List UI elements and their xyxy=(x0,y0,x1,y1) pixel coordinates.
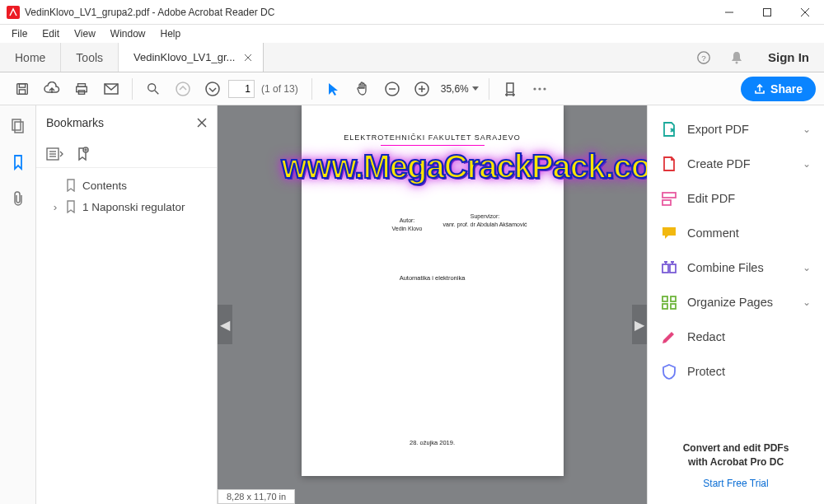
attachments-panel-icon[interactable] xyxy=(6,186,30,211)
side-nav-strip xyxy=(0,105,36,504)
chevron-down-icon xyxy=(472,86,479,91)
tool-edit-pdf[interactable]: Edit PDF xyxy=(648,181,824,216)
prev-page-arrow[interactable]: ◀ xyxy=(218,305,232,344)
svg-rect-48 xyxy=(671,304,676,309)
tab-document[interactable]: VedinKlovo_LV1_gr... xyxy=(119,43,264,72)
svg-rect-41 xyxy=(662,193,676,198)
tool-label: Comment xyxy=(687,226,811,240)
sign-in-button[interactable]: Sign In xyxy=(753,43,824,72)
svg-rect-2 xyxy=(764,8,771,16)
more-tools-icon[interactable] xyxy=(526,75,554,103)
tab-document-label: VedinKlovo_LV1_gr... xyxy=(133,51,235,63)
bookmark-icon xyxy=(66,179,76,192)
save-icon[interactable] xyxy=(8,75,36,103)
cloud-upload-icon[interactable] xyxy=(38,75,66,103)
menu-window[interactable]: Window xyxy=(104,26,152,41)
svg-text:?: ? xyxy=(701,53,706,62)
zoom-in-icon[interactable] xyxy=(408,75,436,103)
edit-pdf-icon xyxy=(661,190,677,207)
document-viewer[interactable]: ELEKTROTEHNIČKI FAKULTET SARAJEVO Autor:… xyxy=(218,105,647,504)
page-up-icon[interactable] xyxy=(169,75,197,103)
tool-organize-pages[interactable]: Organize Pages ⌄ xyxy=(648,285,824,320)
chevron-down-icon: ⌄ xyxy=(803,124,811,135)
svg-rect-44 xyxy=(670,264,676,273)
watermark-overlay: www.MegaCrackPack.com xyxy=(282,148,613,185)
menubar: File Edit View Window Help xyxy=(0,25,824,43)
tool-redact[interactable]: Redact xyxy=(648,320,824,354)
svg-point-20 xyxy=(206,82,219,96)
svg-point-27 xyxy=(533,87,536,90)
svg-rect-31 xyxy=(15,122,23,133)
find-icon[interactable] xyxy=(139,75,167,103)
minimize-button[interactable] xyxy=(710,0,748,25)
bookmarks-title: Bookmarks xyxy=(46,116,197,129)
fit-page-icon[interactable] xyxy=(496,75,524,103)
close-button[interactable] xyxy=(786,0,824,25)
menu-view[interactable]: View xyxy=(68,26,102,41)
email-icon[interactable] xyxy=(97,75,125,103)
svg-rect-43 xyxy=(662,264,668,273)
svg-point-17 xyxy=(148,83,156,91)
hand-tool-icon[interactable] xyxy=(349,75,377,103)
zoom-out-icon[interactable] xyxy=(378,75,406,103)
bookmark-item[interactable]: › 1 Naponski regulator xyxy=(36,196,217,217)
maximize-button[interactable] xyxy=(748,0,786,25)
page-count-label: (1 of 13) xyxy=(261,83,298,95)
bookmark-item[interactable]: Contents xyxy=(36,175,217,196)
menu-file[interactable]: File xyxy=(5,26,34,41)
svg-point-9 xyxy=(736,61,738,63)
svg-rect-12 xyxy=(19,89,25,93)
svg-line-18 xyxy=(155,90,159,94)
tool-label: Combine Files xyxy=(687,261,793,274)
tool-label: Export PDF xyxy=(687,123,793,136)
promo-line2: with Acrobat Pro DC xyxy=(658,455,814,469)
start-free-trial-link[interactable]: Start Free Trial xyxy=(658,478,814,489)
tool-comment[interactable]: Comment xyxy=(648,216,824,250)
menu-help[interactable]: Help xyxy=(154,26,188,41)
doc-author: Vedin Klovo xyxy=(392,225,423,233)
zoom-dropdown[interactable]: 35,6% xyxy=(438,82,482,96)
page-number-input[interactable] xyxy=(228,80,255,98)
zoom-value: 35,6% xyxy=(441,83,469,95)
close-tab-icon[interactable] xyxy=(241,51,255,64)
svg-rect-42 xyxy=(662,200,671,205)
add-bookmark-icon[interactable] xyxy=(76,147,89,161)
doc-supervisor-label: Supervizor: xyxy=(443,212,527,221)
svg-rect-45 xyxy=(662,296,667,301)
bookmark-options-icon[interactable] xyxy=(46,147,64,161)
promo-box: Convert and edit PDFs with Acrobat Pro D… xyxy=(648,428,824,504)
tab-home[interactable]: Home xyxy=(0,43,61,72)
create-pdf-icon xyxy=(661,156,677,172)
close-panel-icon[interactable] xyxy=(197,118,207,128)
doc-subject: Automatika i elektronika xyxy=(302,274,564,282)
chevron-down-icon: ⌄ xyxy=(803,296,811,308)
bookmark-label: 1 Naponski regulator xyxy=(82,201,185,213)
svg-point-28 xyxy=(538,87,541,90)
share-button[interactable]: Share xyxy=(741,77,816,101)
notifications-icon[interactable] xyxy=(720,43,753,72)
tool-create-pdf[interactable]: Create PDF ⌄ xyxy=(648,147,824,181)
bookmark-chevron-icon[interactable]: › xyxy=(51,201,59,213)
tool-protect[interactable]: Protect xyxy=(648,354,824,389)
selection-tool-icon[interactable] xyxy=(319,75,347,103)
tab-tools[interactable]: Tools xyxy=(61,43,119,72)
tabbar: Home Tools VedinKlovo_LV1_gr... ? Sign I… xyxy=(0,43,824,72)
svg-rect-10 xyxy=(17,83,28,94)
tool-export-pdf[interactable]: Export PDF ⌄ xyxy=(648,112,824,147)
help-icon[interactable]: ? xyxy=(687,43,720,72)
promo-line1: Convert and edit PDFs xyxy=(658,441,814,455)
document-page: ELEKTROTEHNIČKI FAKULTET SARAJEVO Autor:… xyxy=(302,105,564,476)
thumbnails-panel-icon[interactable] xyxy=(6,114,30,138)
bookmarks-panel: Bookmarks Contents › 1 Naponski regulato… xyxy=(36,105,218,504)
page-down-icon[interactable] xyxy=(199,75,227,103)
print-icon[interactable] xyxy=(68,75,96,103)
tool-combine-files[interactable]: Combine Files ⌄ xyxy=(648,250,824,285)
combine-files-icon xyxy=(661,259,677,276)
tool-label: Protect xyxy=(687,365,811,378)
titlebar: VedinKlovo_LV1_grupa2.pdf - Adobe Acroba… xyxy=(0,0,824,25)
export-pdf-icon xyxy=(661,121,677,138)
menu-edit[interactable]: Edit xyxy=(35,26,66,41)
next-page-arrow[interactable]: ▶ xyxy=(632,305,647,344)
svg-point-19 xyxy=(176,82,190,96)
bookmarks-panel-icon[interactable] xyxy=(6,150,30,175)
